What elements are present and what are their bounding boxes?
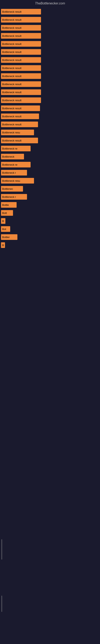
bottleneck-bar[interactable]: Bottle	[1, 202, 17, 208]
bar-row: Bottleneck result	[1, 9, 99, 14]
bar-label: Bottleneck re	[2, 163, 17, 166]
bar-row: Bottleneck r	[1, 194, 99, 200]
bar-label: Bottlenec	[2, 187, 13, 190]
bottleneck-bar[interactable]: Bottler	[1, 234, 17, 240]
bar-row: Bott	[1, 210, 99, 216]
bottleneck-bar[interactable]: Bottleneck	[1, 154, 24, 160]
bottleneck-bar[interactable]: Bott	[1, 210, 13, 216]
bar-row: Bottler	[1, 234, 99, 240]
bar-label: Bottleneck resu	[2, 131, 20, 134]
bar-label: Bottleneck result	[2, 42, 21, 46]
bottleneck-bar[interactable]: Bottleneck result	[1, 25, 41, 30]
bar-row: Bot	[1, 226, 99, 232]
vertical-line-2	[1, 596, 2, 612]
bottleneck-bar[interactable]: Bottleneck result	[1, 89, 41, 95]
bottleneck-bar[interactable]: Bottleneck re	[1, 146, 31, 151]
vertical-line-1	[1, 539, 2, 560]
bar-row: Bottleneck resu	[1, 178, 99, 184]
bar-row: Bottleneck result	[1, 73, 99, 79]
bar-row: Bottleneck result	[1, 81, 99, 87]
bar-row: Bottleneck result	[1, 33, 99, 39]
bar-label: B	[2, 244, 4, 247]
bottleneck-bar[interactable]: Bottleneck result	[1, 57, 41, 63]
bar-label: Bottleneck	[2, 155, 14, 158]
bottleneck-bar[interactable]: Bottleneck result	[1, 81, 41, 87]
bar-row: Bottleneck result	[1, 106, 99, 111]
bar-row: Bottleneck result	[1, 41, 99, 47]
bottleneck-bar[interactable]: Bot	[1, 226, 10, 232]
bar-label: Bottleneck result	[2, 50, 21, 54]
bar-label: Bottleneck result	[2, 83, 21, 86]
bar-label: Bott	[2, 212, 7, 214]
bottleneck-bar[interactable]: Bottleneck resu	[1, 178, 34, 184]
bottleneck-bar[interactable]: Bottleneck result	[1, 114, 39, 119]
bottleneck-bar[interactable]: Bottleneck result	[1, 122, 38, 127]
bar-label: Bottleneck result	[2, 115, 21, 118]
bar-label: Bottleneck result	[2, 18, 21, 21]
bar-row: Bottleneck re	[1, 162, 99, 168]
bottleneck-bar[interactable]: B	[1, 218, 5, 224]
bar-row: Bottleneck result	[1, 98, 99, 103]
bar-label: Bottleneck result	[2, 75, 21, 78]
bar-row: Bottleneck result	[1, 89, 99, 95]
bottleneck-bar[interactable]: Bottleneck r	[1, 194, 27, 200]
bar-row: Bottleneck resu	[1, 130, 99, 135]
bottleneck-bar[interactable]: Bottleneck resu	[1, 130, 34, 135]
bar-label: Bottleneck result	[2, 10, 21, 13]
bottleneck-bar[interactable]: Bottleneck re	[1, 162, 31, 168]
bottleneck-bar[interactable]: Bottleneck result	[1, 49, 41, 55]
bottleneck-bar[interactable]: Bottleneck result	[1, 41, 41, 47]
bar-label: Bottleneck result	[2, 66, 21, 70]
bar-label: Bottleneck result	[2, 91, 21, 94]
bar-row: Bottlenec	[1, 186, 99, 192]
bar-label: Bottleneck result	[2, 139, 21, 142]
bottleneck-bar[interactable]: Bottleneck result	[1, 138, 38, 143]
bar-row: Bottleneck result	[1, 25, 99, 30]
bar-label: Bottler	[2, 236, 10, 239]
bar-row: Bottleneck result	[1, 138, 99, 143]
bottleneck-bar[interactable]: Bottleneck result	[1, 9, 41, 14]
bottleneck-bar[interactable]: Bottleneck result	[1, 33, 41, 39]
bar-row: Bottleneck result	[1, 114, 99, 119]
bottleneck-bar[interactable]: Bottleneck result	[1, 98, 41, 103]
bar-row: Bottle	[1, 202, 99, 208]
bar-label: Bot	[2, 228, 6, 231]
bottleneck-bar[interactable]: Bottleneck result	[1, 106, 40, 111]
bar-row: Bottleneck result	[1, 17, 99, 22]
bottleneck-bar[interactable]: Bottleneck result	[1, 65, 41, 71]
bottleneck-bar[interactable]: Bottlenec	[1, 186, 23, 192]
bottleneck-bar[interactable]: Bottleneck result	[1, 73, 41, 79]
bar-label: Bottleneck resu	[2, 179, 20, 182]
bar-label: Bottleneck result	[2, 123, 21, 126]
bar-row: Bottleneck result	[1, 122, 99, 127]
bar-row: Bottleneck result	[1, 49, 99, 55]
bottleneck-bar[interactable]: B	[1, 242, 5, 248]
bar-label: Bottleneck r	[2, 171, 16, 174]
bar-row: Bottleneck	[1, 154, 99, 160]
bar-label: Bottleneck result	[2, 58, 21, 62]
bar-row: B	[1, 218, 99, 224]
bar-label: Bottle	[2, 204, 9, 206]
bar-label: Bottleneck result	[2, 26, 21, 30]
bar-label: Bottleneck r	[2, 196, 16, 198]
bar-row: Bottleneck result	[1, 57, 99, 63]
bottleneck-bar[interactable]: Bottleneck r	[1, 170, 27, 176]
site-title: TheBottlenecker.com	[0, 0, 100, 7]
bar-label: Bottleneck result	[2, 34, 21, 38]
bottleneck-bar[interactable]: Bottleneck result	[1, 17, 41, 22]
bar-row: Bottleneck result	[1, 65, 99, 71]
bar-label: Bottleneck result	[2, 99, 21, 102]
bars-container: Bottleneck resultBottleneck resultBottle…	[0, 7, 100, 333]
bar-label: Bottleneck result	[2, 107, 21, 110]
bar-row: Bottleneck re	[1, 146, 99, 151]
bar-row: B	[1, 242, 99, 248]
bar-label: Bottleneck re	[2, 147, 17, 150]
bar-label: B	[2, 220, 4, 222]
bar-row: Bottleneck r	[1, 170, 99, 176]
